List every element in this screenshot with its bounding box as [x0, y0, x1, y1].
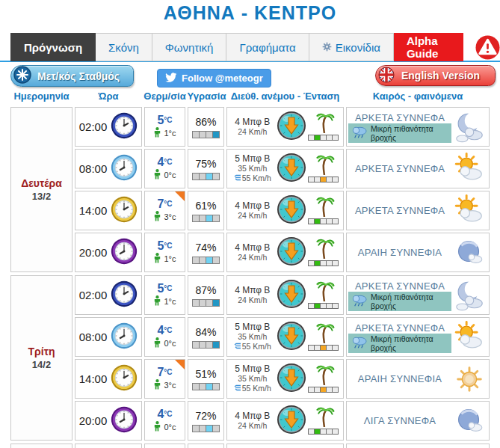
- weather-warning-icon[interactable]: [475, 33, 500, 61]
- humidity-bar: [193, 173, 220, 180]
- humidity-bar: [193, 257, 220, 264]
- wind-cell: 5 Μπφ Β 35 Km/h55 Km/h: [226, 359, 344, 399]
- feels-like: 3°c: [153, 379, 176, 391]
- wind-direction-compass-icon: [277, 153, 306, 185]
- column-header-date: Ημερομηνία: [10, 90, 72, 102]
- humidity-bar-segment: [212, 341, 220, 349]
- person-icon: [153, 379, 161, 391]
- tab-icons[interactable]: Εικονίδια: [309, 33, 394, 61]
- wind-direction-compass-icon: [277, 279, 306, 312]
- person-icon: [153, 253, 161, 265]
- day-block: Τρίτη 14/2 02:00 5°C 1°c 87% 4 Μπφ Β 24 …: [10, 275, 490, 441]
- weather-hazy-sun-icon: [451, 362, 487, 396]
- forecast-row: 08:00 4°C 0°c 84% 5 Μπφ Β 35 Km/h55 Km/h: [75, 317, 490, 357]
- wind-cell: 5 Μπφ Β 35 Km/h55 Km/h: [226, 149, 344, 188]
- time-label: 14:00: [79, 204, 108, 217]
- wind-cell: 4 Μπφ Β 24 Km/h: [226, 233, 344, 272]
- wind-text: 4 Μπφ Β 24 Km/h: [232, 286, 274, 305]
- weather-description: ΑΡΑΙΗ ΣΥΝΝΕΦΙΑ: [348, 373, 451, 384]
- day-date: 14/2: [32, 359, 51, 370]
- wind-beaufort: 5 Μπφ Β: [232, 322, 274, 332]
- weather-sun-clouds-icon: [451, 320, 487, 355]
- time-label: 02:00: [79, 289, 108, 301]
- temperature-cell: 7°C 3°c: [144, 191, 185, 230]
- weather-sun-clouds-icon: [451, 152, 487, 186]
- weather-description: ΛΙΓΑ ΣΥΝΝΕΦΑ: [348, 415, 451, 426]
- weather-night-few-icon: [451, 236, 487, 270]
- humidity-value: 72%: [195, 410, 216, 422]
- clock-icon: [111, 154, 138, 184]
- time-cell: 08:00: [75, 149, 142, 188]
- weather-cell: ΑΡΑΙΗ ΣΥΝΝΕΦΙΑ: [346, 233, 490, 272]
- palm-tree-icon: [312, 197, 336, 220]
- wind-text: 5 Μπφ Β 35 Km/h55 Km/h: [232, 154, 274, 183]
- max-temp-marker: [175, 191, 185, 201]
- temperature-value: 7°C: [157, 198, 172, 209]
- wind-text: 4 Μπφ Β 24 Km/h: [232, 201, 274, 221]
- temperature-cell: 4°C 0°c: [144, 149, 185, 188]
- column-header-weather: Καιρός - φαινόμενα: [346, 90, 490, 102]
- person-icon: [153, 127, 161, 139]
- forecast-table: Δευτέρα 13/2 02:00 5°C 1°c 86% 4 Μπφ Β 2…: [10, 107, 490, 448]
- temperature-value: 4°C: [157, 408, 172, 420]
- twitter-bird-icon: [165, 72, 177, 85]
- humidity-value: 51%: [195, 368, 216, 380]
- wind-gust: 55 Km/h: [232, 342, 274, 352]
- weather-description: ΑΡΚΕΤΑ ΣΥΝΝΕΦΑ: [348, 163, 451, 174]
- tab-dust[interactable]: Σκόνη: [96, 33, 152, 61]
- time-cell: 20:00: [75, 233, 142, 272]
- wind-bar-segment: [332, 345, 339, 351]
- time-cell: 02:00: [75, 107, 142, 147]
- clock-icon: [111, 112, 138, 142]
- tab-voice[interactable]: Φωνητική: [152, 33, 227, 61]
- tab-alpha-guide[interactable]: Alpha Guide: [394, 33, 463, 61]
- weather-station-button[interactable]: Μετ/κός Σταθμός: [10, 65, 134, 87]
- person-icon: [153, 295, 161, 307]
- wind-bar-segment: [332, 429, 339, 435]
- humidity-value: 86%: [195, 116, 216, 128]
- weather-cell: ΑΡΚΕΤΑ ΣΥΝΝΕΦΑΜικρή πιθανότητα βροχής: [346, 275, 490, 315]
- person-icon: [153, 421, 161, 433]
- wind-text: 4 Μπφ Β 24 Km/h: [232, 411, 274, 431]
- page-title: ΑΘΗΝΑ - ΚΕΝΤΡΟ: [0, 2, 500, 24]
- wind-cell: 4 Μπφ Β 24 Km/h: [226, 107, 344, 147]
- wind-bar-segment: [332, 303, 339, 309]
- tab-charts[interactable]: Γραφήματα: [226, 33, 309, 61]
- wind-strength-bar: [309, 218, 339, 224]
- temperature-cell: 5°C 1°c: [144, 107, 185, 147]
- palm-tree-icon: [312, 239, 336, 262]
- wind-gust-icon: [234, 174, 241, 183]
- english-version-button[interactable]: English Version: [375, 65, 496, 86]
- forecast-row: 20:00 4°C 0°c 72% 4 Μπφ Β 24 Km/h ΛΙΓ: [75, 401, 490, 441]
- wind-bar-segment: [332, 135, 339, 141]
- tab-forecast[interactable]: Πρόγνωση: [10, 33, 96, 61]
- wind-bar-segment: [332, 260, 339, 266]
- wind-strength-indicator: [309, 323, 339, 351]
- temperature-value: 4°C: [157, 156, 172, 168]
- wind-gust-icon: [234, 384, 241, 393]
- humidity-cell: 86%: [188, 107, 224, 147]
- column-header-temp: Θερμ/σία: [141, 90, 189, 102]
- weather-description: ΑΡΚΕΤΑ ΣΥΝΝΕΦΑ: [348, 112, 451, 123]
- time-label: 14:00: [79, 372, 108, 385]
- clock-icon: [111, 322, 138, 352]
- wind-beaufort: 4 Μπφ Β: [232, 411, 274, 421]
- person-icon: [153, 211, 161, 223]
- person-icon: [153, 337, 161, 349]
- wind-text: 5 Μπφ Β 35 Km/h55 Km/h: [232, 364, 274, 393]
- wind-cell: 4 Μπφ Β 24 Km/h: [226, 401, 344, 441]
- wind-gust: 55 Km/h: [232, 384, 274, 393]
- wind-strength-indicator: [309, 113, 339, 141]
- humidity-cell: 87%: [188, 275, 224, 315]
- wind-strength-bar: [309, 387, 339, 393]
- twitter-follow-button[interactable]: Follow @meteogr: [157, 69, 271, 88]
- forecast-row: 20:00 5°C 1°c 74% 4 Μπφ Β 24 Km/h ΑΡΑ: [75, 233, 490, 272]
- humidity-bar: [193, 383, 220, 390]
- wind-strength-indicator: [309, 239, 339, 266]
- station-sun-icon: [13, 66, 31, 86]
- time-cell: 14:00: [75, 359, 142, 399]
- day-block-partial: [10, 444, 490, 448]
- feels-like: 1°c: [153, 295, 176, 307]
- humidity-value: 84%: [195, 326, 216, 338]
- clock-icon: [111, 364, 138, 394]
